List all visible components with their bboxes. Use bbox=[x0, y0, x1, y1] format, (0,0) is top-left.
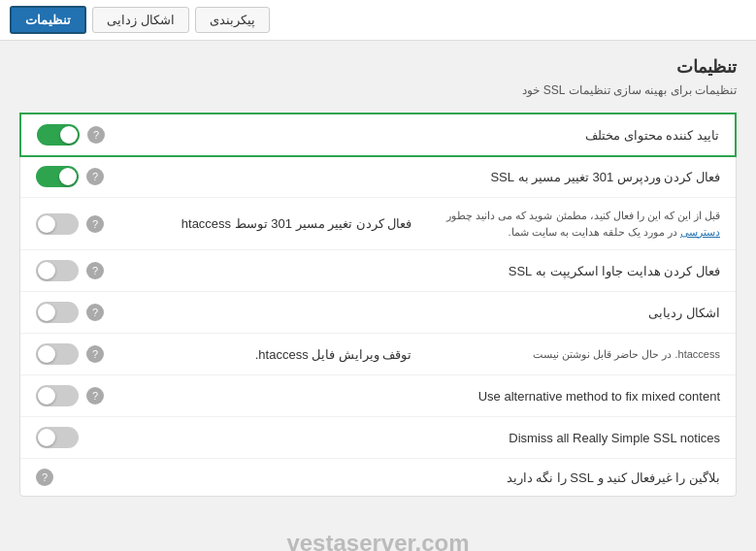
label-dismiss-notices: Dismiss all Really Simple SSL notices bbox=[90, 431, 720, 445]
help-icon-alt-mixed-content[interactable]: ? bbox=[86, 387, 104, 405]
label-alt-mixed-content: Use alternative method to fix mixed cont… bbox=[115, 389, 720, 404]
help-icon-htaccess-readonly[interactable]: ? bbox=[86, 345, 104, 363]
toggle-thumb bbox=[38, 429, 55, 446]
controls-redirect-java: ? bbox=[36, 260, 104, 281]
toggle-thumb bbox=[60, 126, 78, 144]
setting-row-redirect-301: فعال کردن وردپرس 301 تغییر مسیر به SSL ? bbox=[20, 156, 736, 198]
label-redirect-java: فعال کردن هدایت جاوا اسکریپت به SSL bbox=[115, 264, 720, 278]
setting-row-redirect-301-htaccess: قبل از این که این را فعال کنید، مطمئن شو… bbox=[20, 198, 736, 250]
controls-alt-mixed-content: ? bbox=[36, 385, 104, 406]
controls-debug-log: ? bbox=[36, 302, 104, 323]
toggle-thumb bbox=[38, 215, 55, 233]
label-redirect-301-htaccess: فعال کردن تغییر مسیر 301 توسط htaccess bbox=[115, 216, 412, 231]
toggle-dismiss-notices[interactable] bbox=[36, 427, 79, 448]
controls-redirect-301-htaccess: ? bbox=[36, 213, 104, 235]
section-title: تنظیمات bbox=[19, 56, 737, 78]
page-wrapper: پیکربندی اشکال زدایی تنظیمات تنظیمات تنظ… bbox=[0, 0, 756, 551]
controls-htaccess-readonly: ? bbox=[36, 343, 104, 365]
toggle-thumb bbox=[38, 345, 55, 363]
label-debug-log: اشکال ردیابی bbox=[115, 306, 720, 320]
toggle-debug-log[interactable] bbox=[36, 302, 79, 323]
setting-row-debug-log: اشکال ردیابی ? bbox=[20, 292, 736, 334]
help-icon-redirect-java[interactable]: ? bbox=[86, 262, 104, 279]
controls-redirect-301: ? bbox=[36, 166, 104, 187]
toggle-redirect-java[interactable] bbox=[36, 260, 79, 281]
setting-row-fix-mixed-content: تایید کننده محتوای مختلف ? bbox=[19, 113, 737, 157]
setting-row-alt-mixed-content: Use alternative method to fix mixed cont… bbox=[20, 375, 736, 417]
label-htaccess-readonly: توقف ویرایش فایل htaccess. bbox=[115, 347, 412, 362]
controls-deactivate-ssl: ? bbox=[36, 469, 53, 486]
setting-row-htaccess-readonly: htaccess. در حال حاضر قابل نوشتن نیست تو… bbox=[20, 334, 736, 375]
toggle-redirect-301[interactable] bbox=[36, 166, 79, 187]
help-icon-deactivate-ssl[interactable]: ? bbox=[36, 469, 53, 486]
top-bar: پیکربندی اشکال زدایی تنظیمات bbox=[0, 0, 756, 41]
setting-row-deactivate-ssl: بلاگین را غیرفعال کنید و SSL را نگه داری… bbox=[20, 459, 736, 496]
note-redirect-301-htaccess: قبل از این که این را فعال کنید، مطمئن شو… bbox=[424, 208, 721, 240]
help-icon-fix-mixed-content[interactable]: ? bbox=[87, 126, 105, 144]
note-htaccess-readonly: htaccess. در حال حاضر قابل نوشتن نیست bbox=[424, 346, 721, 363]
link-access[interactable]: دسترسی bbox=[680, 226, 720, 238]
toggle-thumb bbox=[38, 262, 55, 279]
main-content: تنظیمات تنظیمات برای بهینه سازی تنظیمات … bbox=[0, 41, 756, 512]
label-deactivate-ssl: بلاگین را غیرفعال کنید و SSL را نگه داری… bbox=[65, 470, 720, 485]
toggle-alt-mixed-content[interactable] bbox=[36, 385, 79, 406]
btn-tools[interactable]: اشکال زدایی bbox=[92, 7, 189, 33]
setting-row-redirect-java: فعال کردن هدایت جاوا اسکریپت به SSL ? bbox=[20, 250, 736, 292]
toggle-htaccess-readonly[interactable] bbox=[36, 343, 79, 365]
btn-settings[interactable]: تنظیمات bbox=[10, 6, 86, 34]
label-fix-mixed-content: تایید کننده محتوای مختلف bbox=[116, 128, 719, 143]
help-icon-redirect-301[interactable]: ? bbox=[86, 168, 104, 185]
sub-label: تنظیمات برای بهینه سازی تنظیمات SSL خود bbox=[19, 83, 737, 97]
help-icon-redirect-301-htaccess[interactable]: ? bbox=[86, 215, 104, 233]
settings-container: تایید کننده محتوای مختلف ? فعال کردن ورد… bbox=[19, 113, 737, 497]
toggle-fix-mixed-content[interactable] bbox=[37, 124, 80, 146]
toggle-redirect-301-htaccess[interactable] bbox=[36, 213, 79, 235]
help-icon-debug-log[interactable]: ? bbox=[86, 304, 104, 321]
label-redirect-301: فعال کردن وردپرس 301 تغییر مسیر به SSL bbox=[115, 170, 720, 184]
toggle-thumb bbox=[59, 168, 77, 185]
toggle-thumb bbox=[38, 304, 55, 321]
btn-config[interactable]: پیکربندی bbox=[195, 7, 270, 33]
setting-row-dismiss-notices: Dismiss all Really Simple SSL notices bbox=[20, 417, 736, 459]
toggle-thumb bbox=[38, 387, 55, 405]
controls-fix-mixed-content: ? bbox=[37, 124, 105, 146]
controls-dismiss-notices bbox=[36, 427, 79, 448]
watermark: vestaserver.com bbox=[0, 512, 756, 551]
